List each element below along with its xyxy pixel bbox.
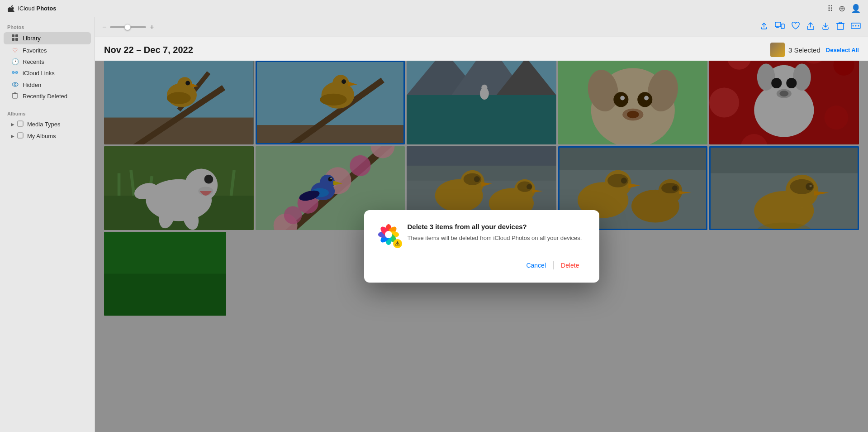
share-icon[interactable] [806, 21, 815, 33]
svg-rect-13 [775, 22, 781, 27]
toolbar-actions [759, 21, 861, 33]
sidebar-item-recents[interactable]: 🕐 Recents [4, 56, 91, 67]
sidebar-item-hidden-label: Hidden [23, 82, 41, 88]
warning-badge: ⚠ [393, 239, 402, 248]
svg-rect-11 [18, 121, 23, 126]
svg-point-150 [385, 231, 392, 238]
icloud-links-icon [11, 69, 19, 77]
photo-grid: ⚠ Delete 3 items from all your devices? … [95, 61, 868, 432]
chevron-right-icon: ▶ [11, 122, 14, 127]
modal-body: These items will be deleted from iCloud … [408, 234, 585, 242]
sidebar-item-recently-deleted-label: Recently Deleted [23, 93, 67, 100]
sidebar-group-media-types[interactable]: ▶ Media Types [4, 119, 91, 130]
modal-icon-area: ⚠ [377, 223, 400, 246]
chevron-right-icon-2: ▶ [11, 134, 14, 139]
sidebar-group-media-types-label: Media Types [27, 121, 60, 128]
svg-rect-16 [837, 24, 844, 29]
button-divider [553, 261, 554, 269]
modal-buttons: Cancel Delete [377, 259, 585, 272]
sidebar: Photos Library ♡ Favorites 🕐 Recents [0, 17, 95, 432]
delete-button[interactable]: Delete [555, 259, 584, 272]
trash-sidebar-icon [11, 92, 19, 100]
profile-icon[interactable]: 👤 [851, 4, 861, 14]
apple-icon [7, 5, 14, 12]
date-range-label: Nov 22 – Dec 7, 2022 [104, 45, 193, 55]
selected-count: 3 Selected [770, 43, 821, 57]
modal-overlay: ⚠ Delete 3 items from all your devices? … [95, 61, 868, 432]
sidebar-group-my-albums-label: My Albums [27, 133, 56, 139]
selected-thumbnail [770, 43, 785, 57]
hidden-icon [11, 81, 19, 88]
zoom-slider-thumb [124, 24, 131, 30]
deselect-all-button[interactable]: Deselect All [826, 47, 859, 53]
svg-point-22 [855, 25, 857, 27]
titlebar: iCloud Photos ⠿ ⊕ 👤 [0, 0, 868, 17]
main-layout: Photos Library ♡ Favorites 🕐 Recents [0, 17, 868, 432]
sidebar-group-my-albums[interactable]: ▶ My Albums [4, 130, 91, 142]
titlebar-controls: ⠿ ⊕ 👤 [827, 4, 861, 14]
delete-confirmation-dialog: ⚠ Delete 3 items from all your devices? … [364, 210, 599, 283]
upload-icon[interactable] [759, 21, 768, 33]
devices-icon[interactable] [775, 22, 785, 32]
sidebar-item-favorites[interactable]: ♡ Favorites [4, 45, 91, 56]
modal-text-area: Delete 3 items from all your devices? Th… [408, 223, 585, 242]
content-area: − + [95, 17, 868, 432]
media-types-icon [17, 120, 24, 128]
photos-section-label: Photos [0, 21, 95, 32]
svg-rect-12 [18, 133, 23, 138]
svg-point-15 [783, 28, 783, 28]
grid-dots-icon[interactable]: ⠿ [827, 4, 833, 14]
delete-icon[interactable] [836, 21, 844, 33]
download-icon[interactable] [821, 21, 830, 33]
app-title: iCloud Photos [18, 5, 57, 12]
svg-rect-3 [15, 38, 18, 41]
zoom-controls: − + [102, 23, 154, 31]
modal-top: ⚠ Delete 3 items from all your devices? … [377, 223, 585, 246]
favorite-icon[interactable] [791, 22, 800, 32]
albums-section-label: Albums [0, 107, 95, 118]
sidebar-item-library-label: Library [23, 35, 41, 42]
sidebar-item-recents-label: Recents [23, 58, 44, 65]
sidebar-item-hidden[interactable]: Hidden [4, 79, 91, 90]
favorites-icon: ♡ [11, 47, 19, 54]
svg-rect-6 [13, 94, 17, 98]
zoom-slider[interactable] [110, 26, 146, 28]
selection-info: 3 Selected Deselect All [770, 43, 859, 57]
toolbar: − + [95, 17, 868, 37]
recents-icon: 🕐 [11, 58, 19, 65]
sidebar-item-library[interactable]: Library [4, 32, 91, 44]
zoom-out-button[interactable]: − [102, 23, 106, 31]
sidebar-item-icloud-links[interactable]: iCloud Links [4, 67, 91, 79]
sidebar-item-icloud-links-label: iCloud Links [23, 70, 55, 77]
svg-rect-1 [15, 34, 18, 37]
cancel-button[interactable]: Cancel [521, 259, 551, 272]
add-icon[interactable]: ⊕ [839, 4, 845, 14]
my-albums-icon [17, 132, 24, 140]
date-header: Nov 22 – Dec 7, 2022 3 Selected Deselect… [95, 37, 868, 61]
svg-rect-2 [12, 38, 14, 41]
sidebar-item-recently-deleted[interactable]: Recently Deleted [4, 91, 91, 102]
sidebar-item-favorites-label: Favorites [23, 47, 47, 54]
svg-point-5 [14, 84, 16, 86]
svg-point-23 [858, 25, 859, 27]
more-icon[interactable] [851, 21, 861, 33]
svg-point-21 [853, 25, 854, 27]
svg-rect-0 [12, 34, 14, 37]
zoom-in-button[interactable]: + [150, 23, 154, 31]
modal-title: Delete 3 items from all your devices? [408, 223, 585, 230]
library-icon [11, 34, 19, 43]
